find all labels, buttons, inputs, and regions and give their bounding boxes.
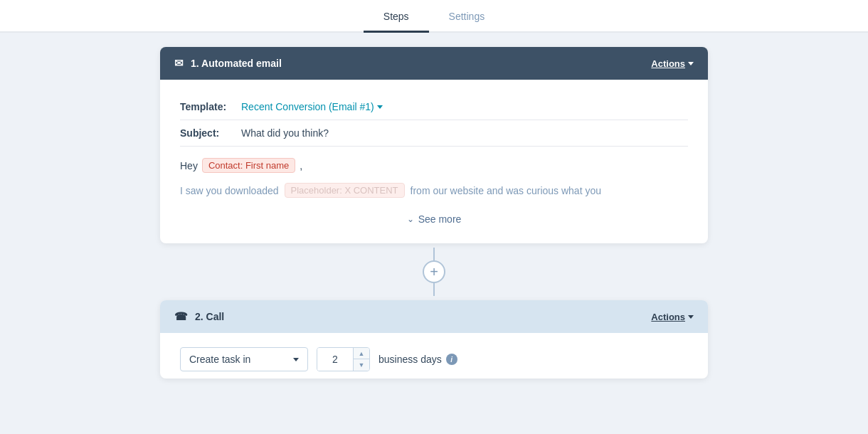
- tab-settings[interactable]: Settings: [429, 2, 505, 33]
- call-body: Create task in ▲ ▼ business days: [160, 333, 708, 379]
- stepper-buttons: ▲ ▼: [353, 348, 369, 371]
- chevron-down-icon-2: [688, 315, 694, 319]
- actions-button-1[interactable]: Actions: [651, 58, 694, 69]
- connector-line-top: [433, 248, 435, 260]
- tab-steps[interactable]: Steps: [364, 2, 429, 33]
- step-title-2: 2. Call: [195, 311, 224, 322]
- email-icon: ✉: [174, 57, 184, 70]
- days-stepper: ▲ ▼: [317, 347, 370, 371]
- placeholder-token: Placeholder: X CONTENT: [285, 183, 405, 198]
- stepper-down-button[interactable]: ▼: [354, 359, 369, 371]
- template-label: Template:: [180, 101, 237, 112]
- subject-label: Subject:: [180, 127, 237, 139]
- task-row: Create task in ▲ ▼ business days: [180, 347, 688, 371]
- step-card-2: ☎ 2. Call Actions Create task in: [160, 300, 708, 379]
- connector: +: [423, 243, 445, 300]
- step-card-1: ✉ 1. Automated email Actions Template: R…: [160, 47, 708, 243]
- see-more-row: ⌄ See more: [180, 203, 688, 229]
- template-row: Template: Recent Conversion (Email #1): [180, 94, 688, 120]
- preview-body-row: I saw you downloaded Placeholder: X CONT…: [180, 183, 688, 198]
- tabs-bar: Steps Settings: [0, 0, 868, 33]
- email-preview: Hey Contact: First name , I saw you down…: [180, 147, 688, 203]
- subject-value: What did you think?: [241, 127, 329, 139]
- chevron-down-icon-1: [688, 62, 694, 65]
- business-days-text: business days i: [379, 354, 457, 365]
- card-header-1: ✉ 1. Automated email Actions: [160, 47, 708, 80]
- connector-line-bottom: [433, 283, 435, 296]
- step-title-1: 1. Automated email: [191, 58, 282, 69]
- info-icon[interactable]: i: [446, 354, 457, 365]
- main-content: ✉ 1. Automated email Actions Template: R…: [0, 33, 868, 434]
- card-header-left-1: ✉ 1. Automated email: [174, 57, 282, 70]
- body-start-text: I saw you downloaded: [180, 185, 279, 196]
- dropdown-chevron-icon: [293, 358, 299, 361]
- card-header-2: ☎ 2. Call Actions: [160, 300, 708, 333]
- subject-row: Subject: What did you think?: [180, 120, 688, 147]
- card-body-1: Template: Recent Conversion (Email #1) S…: [160, 80, 708, 243]
- create-task-label: Create task in: [189, 354, 250, 365]
- preview-greeting-row: Hey Contact: First name ,: [180, 158, 688, 173]
- actions-button-2[interactable]: Actions: [651, 312, 694, 322]
- call-icon: ☎: [174, 310, 188, 323]
- create-task-dropdown[interactable]: Create task in: [180, 347, 308, 371]
- see-more-button[interactable]: ⌄ See more: [407, 213, 462, 225]
- add-step-button[interactable]: +: [423, 260, 445, 283]
- days-input[interactable]: [317, 348, 353, 371]
- greeting-text: Hey: [180, 160, 198, 171]
- template-chevron-icon: [377, 105, 383, 109]
- contact-token: Contact: First name: [202, 158, 295, 173]
- see-more-chevron-icon: ⌄: [407, 214, 414, 224]
- body-end-text: from our website and was curious what yo…: [411, 185, 601, 196]
- page-wrapper: Steps Settings ✉ 1. Automated email Acti…: [0, 0, 868, 434]
- stepper-up-button[interactable]: ▲: [354, 348, 369, 359]
- card-header-left-2: ☎ 2. Call: [174, 310, 224, 323]
- comma-text: ,: [300, 160, 302, 171]
- template-link[interactable]: Recent Conversion (Email #1): [241, 101, 383, 112]
